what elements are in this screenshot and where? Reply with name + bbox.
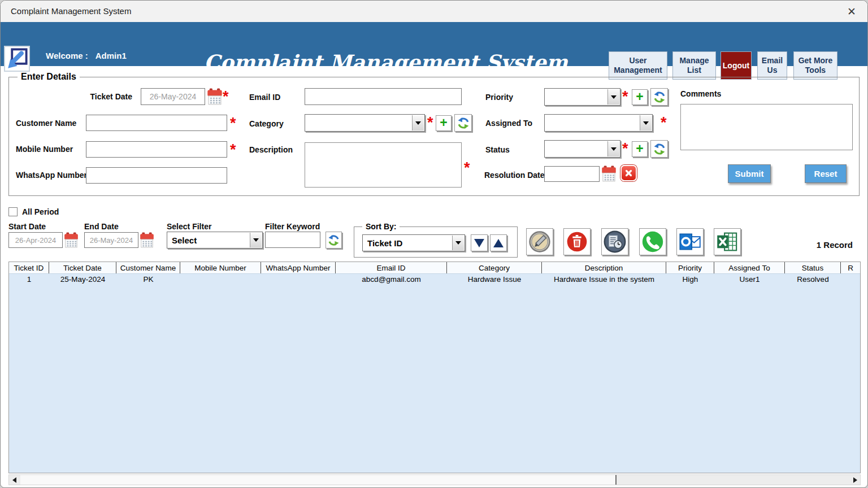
calendar-icon[interactable] <box>140 232 154 248</box>
resolution-date-label: Resolution Date <box>484 171 545 180</box>
pencil-icon <box>528 230 551 253</box>
table-cell <box>180 274 261 285</box>
report-button[interactable] <box>601 228 628 255</box>
priority-select[interactable] <box>544 88 620 106</box>
assigned-to-label: Assigned To <box>485 119 532 128</box>
refresh-category-button[interactable] <box>454 114 472 132</box>
sort-by-select[interactable]: Ticket ID <box>362 234 465 251</box>
records-table: Ticket IDTicket DateCustomer NameMobile … <box>8 262 861 473</box>
table-cell: PK <box>116 274 180 285</box>
edit-record-button[interactable] <box>526 228 553 255</box>
x-icon <box>623 168 634 178</box>
column-header: Priority <box>666 262 714 273</box>
column-header: Assigned To <box>714 262 785 273</box>
table-cell: High <box>666 274 714 285</box>
resolution-date-input[interactable] <box>544 166 600 182</box>
get-more-tools-button[interactable]: Get More Tools <box>793 51 837 80</box>
filter-keyword-input[interactable] <box>265 232 320 248</box>
sort-ascending-button[interactable] <box>490 234 507 251</box>
start-date-field[interactable]: 26-Apr-2024 <box>8 232 63 248</box>
dropdown-arrow-icon <box>607 141 619 156</box>
required-marker: * <box>661 115 667 130</box>
app-window: Complaint Management System ✕ Welcome : … <box>0 0 868 488</box>
refresh-priority-button[interactable] <box>650 88 668 106</box>
end-date-label: End Date <box>84 222 119 231</box>
calendar-icon[interactable] <box>207 88 223 105</box>
refresh-filter-button[interactable] <box>326 232 342 249</box>
required-marker: * <box>427 115 433 130</box>
select-filter-label: Select Filter <box>167 222 211 231</box>
required-marker: * <box>230 116 236 130</box>
enter-details-legend: Enter Details <box>18 72 80 82</box>
whatsapp-button[interactable] <box>639 228 666 255</box>
customer-name-label: Customer Name <box>16 119 76 128</box>
app-title: Complaint Management System <box>204 50 532 74</box>
report-clock-icon <box>603 230 627 254</box>
table-cell: abcd@gmail.com <box>336 274 447 285</box>
select-filter-select[interactable]: Select <box>167 232 263 249</box>
triangle-left-icon <box>12 477 16 483</box>
plus-icon: + <box>636 142 643 155</box>
whatsapp-number-input[interactable] <box>86 167 227 184</box>
horizontal-scrollbar[interactable] <box>8 474 861 485</box>
window-title: Complaint Management System <box>11 6 131 16</box>
scrollbar-thumb[interactable] <box>20 475 617 485</box>
add-priority-button[interactable]: + <box>632 89 648 105</box>
email-us-button[interactable]: Email Us <box>757 51 787 80</box>
column-header: Email ID <box>336 262 447 273</box>
end-date-field[interactable]: 26-May-2024 <box>84 232 138 248</box>
manage-list-button[interactable]: Manage List <box>672 51 716 80</box>
refresh-status-button[interactable] <box>650 140 668 158</box>
clear-date-button[interactable] <box>620 165 637 181</box>
excel-icon <box>715 230 739 254</box>
required-marker: * <box>622 89 628 104</box>
logout-button[interactable]: Logout <box>721 51 752 80</box>
user-management-button[interactable]: User Management <box>609 51 667 80</box>
sort-descending-button[interactable] <box>471 234 488 251</box>
status-select[interactable] <box>544 140 620 158</box>
add-category-button[interactable]: + <box>436 115 452 131</box>
table-row[interactable]: 125-May-2024PKabcd@gmail.comHardware Iss… <box>9 274 860 285</box>
ticket-date-value: 26-May-2024 <box>150 92 197 101</box>
scroll-left-button[interactable] <box>9 475 19 485</box>
triangle-right-icon <box>853 477 857 483</box>
calendar-icon[interactable] <box>601 165 617 182</box>
category-select[interactable] <box>305 114 425 132</box>
category-label: Category <box>249 119 284 128</box>
delete-record-button[interactable] <box>563 228 591 255</box>
ticket-date-field[interactable]: 26-May-2024 <box>141 88 205 105</box>
description-textarea[interactable] <box>305 142 462 188</box>
dropdown-arrow-icon <box>607 89 619 104</box>
reset-button[interactable]: Reset <box>805 164 847 183</box>
all-period-checkbox[interactable] <box>8 207 18 216</box>
close-button[interactable]: ✕ <box>844 4 860 19</box>
submit-button[interactable]: Submit <box>728 164 771 183</box>
outlook-email-button[interactable] <box>676 228 704 255</box>
table-cell <box>261 274 336 285</box>
trash-icon <box>566 230 588 253</box>
scroll-right-button[interactable] <box>850 475 860 485</box>
email-id-label: Email ID <box>249 93 280 102</box>
calendar-icon[interactable] <box>64 232 79 248</box>
refresh-icon <box>653 90 666 104</box>
table-cell: Hardware Issue in the system <box>542 274 666 285</box>
title-bar: Complaint Management System ✕ <box>1 1 867 22</box>
column-header: Category <box>447 262 542 273</box>
customer-name-input[interactable] <box>86 115 227 131</box>
close-icon: ✕ <box>847 5 856 18</box>
refresh-icon <box>653 142 666 156</box>
add-status-button[interactable]: + <box>632 141 648 157</box>
table-cell: Resolved <box>785 274 841 285</box>
mobile-number-input[interactable] <box>86 141 227 158</box>
column-header: Status <box>785 262 841 273</box>
email-id-input[interactable] <box>305 88 462 105</box>
app-logo-icon <box>4 46 30 72</box>
table-cell: Hardware Issue <box>447 274 542 285</box>
table-cell <box>841 274 860 285</box>
assigned-to-select[interactable] <box>544 114 653 132</box>
dropdown-arrow-icon <box>640 115 652 130</box>
mobile-number-label: Mobile Number <box>16 145 73 154</box>
required-marker: * <box>230 142 236 157</box>
comments-textarea[interactable] <box>680 104 853 150</box>
export-excel-button[interactable] <box>714 228 741 255</box>
